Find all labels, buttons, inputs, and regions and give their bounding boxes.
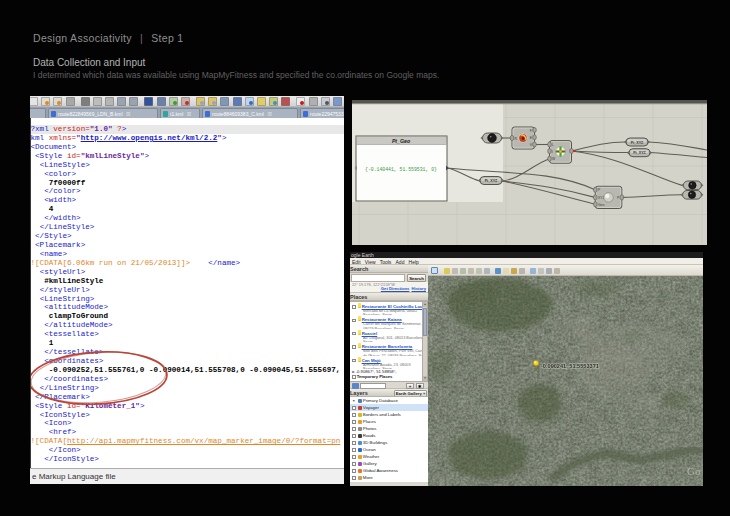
- svg-text:-0.090241, 51.5553371: -0.090241, 51.5553371: [541, 363, 599, 369]
- svg-text:Go: Go: [687, 465, 701, 477]
- svg-text:Pt_XYZ: Pt_XYZ: [633, 151, 646, 155]
- svg-text:Geo: Geo: [598, 203, 605, 207]
- svg-text:{-0.140441, 51.559531, 0}: {-0.140441, 51.559531, 0}: [365, 167, 437, 172]
- svg-text:I: I: [552, 150, 553, 154]
- svg-text:F: F: [530, 129, 532, 133]
- svg-text:Pt_XYZ: Pt_XYZ: [631, 141, 644, 145]
- svg-text:L: L: [552, 143, 554, 147]
- svg-text:Pt_XYZ: Pt_XYZ: [485, 179, 498, 183]
- svg-text:Pt_Geo: Pt_Geo: [392, 138, 410, 144]
